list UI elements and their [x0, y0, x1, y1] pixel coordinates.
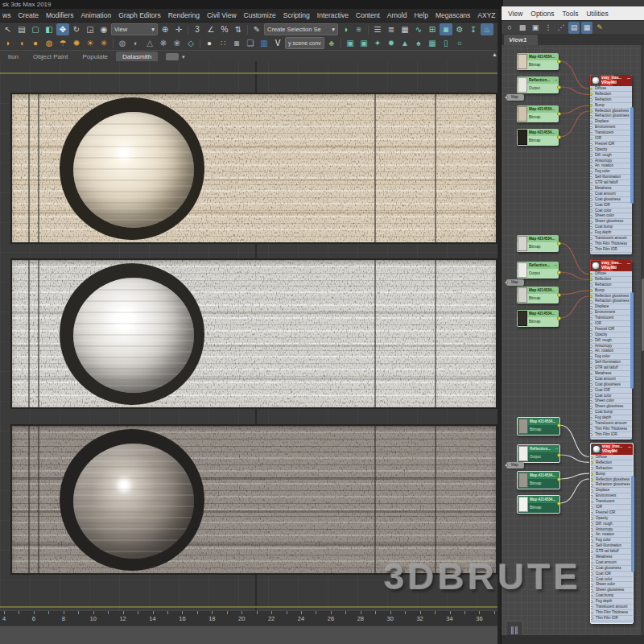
menu-item-5[interactable]: Rendering: [168, 11, 200, 19]
chevron-down-icon[interactable]: ▾: [182, 54, 185, 60]
output-socket-icon[interactable]: [557, 85, 561, 89]
param-input-socket-icon[interactable]: [590, 328, 592, 332]
menu-item-8[interactable]: Scripting: [283, 11, 310, 19]
vray-displacement-icon[interactable]: ❀: [171, 37, 184, 49]
param-input-socket-icon[interactable]: [590, 126, 592, 130]
curve-editor-icon[interactable]: ∿: [412, 23, 425, 35]
param-input-socket-icon[interactable]: [590, 323, 592, 326]
bitmap-node[interactable]: Map #214534...Bitmap: [517, 417, 560, 436]
param-input-socket-icon[interactable]: [591, 595, 593, 598]
collapse-icon[interactable]: –: [555, 77, 557, 83]
output-map-input-slot[interactable]: Map: [506, 94, 524, 101]
rectangular-selection-icon[interactable]: ▢: [29, 23, 42, 35]
vraymtl-node[interactable]: vray_trav...VRayMtl–DiffuseReflectionRef…: [590, 260, 632, 440]
percent-snap-icon[interactable]: %: [218, 23, 231, 35]
angle-snap-icon[interactable]: ∠: [204, 23, 217, 35]
color-dots-icon[interactable]: ∷: [217, 37, 229, 49]
param-input-socket-icon[interactable]: [590, 132, 592, 135]
param-input-socket-icon[interactable]: [591, 601, 593, 604]
schematic-view-icon[interactable]: ⊞: [426, 23, 439, 35]
render-setup-icon[interactable]: ⚙: [453, 23, 466, 35]
grey-travertine-slab[interactable]: [10, 424, 497, 575]
output-socket-icon[interactable]: [557, 453, 561, 457]
material-sphere-icon[interactable]: ●: [203, 37, 216, 49]
param-input-socket-icon[interactable]: [590, 333, 592, 336]
bitmap-node[interactable]: Map #214534...Bitmap: [517, 310, 559, 327]
param-input-socket-icon[interactable]: [590, 209, 592, 213]
select-and-rotate-icon[interactable]: ↻: [70, 23, 83, 35]
param-input-socket-icon[interactable]: [591, 478, 593, 481]
param-input-socket-icon[interactable]: [590, 300, 592, 303]
collapse-icon[interactable]: –: [555, 262, 557, 268]
vray-sun-icon[interactable]: ☀: [84, 37, 97, 49]
vray-dome-light-icon[interactable]: ◖: [15, 37, 28, 49]
param-input-socket-icon[interactable]: [590, 154, 592, 157]
param-input-socket-icon[interactable]: [590, 93, 592, 96]
output-map-input-slot[interactable]: Map: [506, 279, 524, 286]
sme-show-background-icon[interactable]: ▦: [581, 22, 592, 34]
anima-sun-icon[interactable]: ✹: [385, 37, 398, 49]
menu-item-13[interactable]: Megascans: [436, 11, 470, 19]
select-and-place-icon[interactable]: ◉: [97, 23, 110, 35]
menu-item-0[interactable]: ws: [2, 11, 10, 19]
param-input-socket-icon[interactable]: [590, 383, 592, 386]
material-editor-icon[interactable]: ◙: [440, 23, 452, 35]
vray-light-icon[interactable]: ◗: [2, 37, 14, 49]
param-input-socket-icon[interactable]: [591, 539, 593, 543]
param-input-socket-icon[interactable]: [590, 198, 592, 201]
material-preview-sphere[interactable]: [73, 278, 194, 393]
silver-travertine-slab[interactable]: [10, 258, 497, 409]
output-socket-icon[interactable]: [557, 316, 561, 320]
param-input-socket-icon[interactable]: [591, 589, 593, 592]
vray-plane-icon[interactable]: ◇: [184, 37, 197, 49]
param-input-socket-icon[interactable]: [590, 278, 592, 281]
vray-fur-icon[interactable]: ❋: [157, 37, 170, 49]
vray-ies-light-icon[interactable]: ☂: [56, 37, 69, 49]
param-input-socket-icon[interactable]: [590, 138, 592, 141]
output-socket-icon[interactable]: [557, 112, 561, 116]
output-node[interactable]: Reflection...Output–: [517, 262, 559, 279]
param-input-socket-icon[interactable]: [591, 545, 593, 548]
material-preview-sphere[interactable]: [73, 444, 194, 559]
param-input-socket-icon[interactable]: [591, 562, 593, 565]
sme-node-canvas[interactable]: Map #214534...BitmapReflection...Output–…: [502, 45, 644, 635]
param-input-socket-icon[interactable]: [591, 489, 593, 493]
param-input-socket-icon[interactable]: [590, 121, 592, 124]
sme-menu-item-view[interactable]: View: [508, 10, 522, 18]
param-input-socket-icon[interactable]: [590, 88, 592, 91]
bitmap-node[interactable]: Map #214534...Bitmap: [517, 235, 559, 252]
layers-grey-icon[interactable]: ❏: [244, 37, 257, 49]
param-input-socket-icon[interactable]: [590, 109, 592, 113]
param-input-socket-icon[interactable]: [590, 356, 592, 359]
param-input-socket-icon[interactable]: [590, 159, 592, 163]
vray-stereoscopic-icon[interactable]: ◍: [116, 37, 129, 49]
param-input-socket-icon[interactable]: [590, 148, 592, 151]
beige-travertine-slab[interactable]: [10, 93, 497, 244]
collapse-icon[interactable]: –: [628, 444, 631, 449]
output-socket-icon[interactable]: [557, 502, 561, 506]
select-and-manipulate-icon[interactable]: ✛: [172, 23, 185, 35]
param-input-socket-icon[interactable]: [590, 306, 592, 309]
menu-item-9[interactable]: Interactive: [317, 11, 349, 19]
ribbon-panel-icon[interactable]: [166, 53, 179, 60]
param-input-socket-icon[interactable]: [591, 612, 593, 615]
param-input-socket-icon[interactable]: [590, 204, 592, 207]
param-input-socket-icon[interactable]: [590, 433, 592, 436]
ui-colors-icon[interactable]: ▥: [258, 37, 270, 49]
param-input-socket-icon[interactable]: [590, 243, 592, 246]
ribbon-toggle-icon[interactable]: ▦: [398, 23, 411, 35]
param-input-socket-icon[interactable]: [590, 373, 592, 376]
param-input-socket-icon[interactable]: [590, 115, 592, 118]
param-input-socket-icon[interactable]: [590, 367, 592, 370]
timeline-track-bar[interactable]: 4681012141618202224262830323436: [0, 610, 501, 626]
param-input-socket-icon[interactable]: [590, 411, 592, 415]
param-input-socket-icon[interactable]: [590, 417, 592, 420]
menu-item-2[interactable]: Modifiers: [46, 11, 73, 19]
param-input-socket-icon[interactable]: [591, 506, 593, 510]
param-input-socket-icon[interactable]: [591, 556, 593, 559]
param-input-socket-icon[interactable]: [591, 495, 593, 498]
param-input-socket-icon[interactable]: [591, 572, 593, 576]
vraymtl-node[interactable]: vray_trav...VRayMtl–DiffuseReflectionRef…: [590, 443, 634, 624]
bitmap-node[interactable]: Map #214534...Bitmap: [517, 105, 559, 122]
param-input-socket-icon[interactable]: [590, 345, 592, 348]
